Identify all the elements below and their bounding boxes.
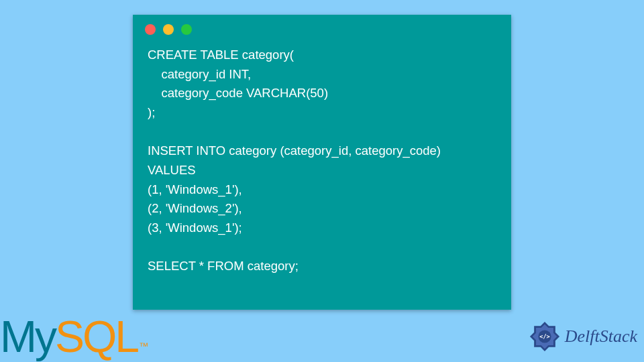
delftstack-badge-icon: </> xyxy=(529,320,561,353)
delftstack-logo-text: DelftStack xyxy=(565,326,637,347)
mysql-logo-tm: ™ xyxy=(139,341,148,351)
delftstack-logo: </> DelftStack xyxy=(529,320,637,353)
close-icon[interactable] xyxy=(145,24,156,35)
svg-text:</>: </> xyxy=(539,333,550,340)
code-content: CREATE TABLE category( category_id INT, … xyxy=(133,40,511,288)
code-window: CREATE TABLE category( category_id INT, … xyxy=(133,15,511,310)
window-titlebar xyxy=(133,15,511,40)
minimize-icon[interactable] xyxy=(163,24,174,35)
mysql-logo-sql: SQL xyxy=(55,311,138,362)
mysql-logo-my: My xyxy=(0,311,55,362)
mysql-logo: MySQL™ xyxy=(0,311,148,362)
maximize-icon[interactable] xyxy=(181,24,192,35)
